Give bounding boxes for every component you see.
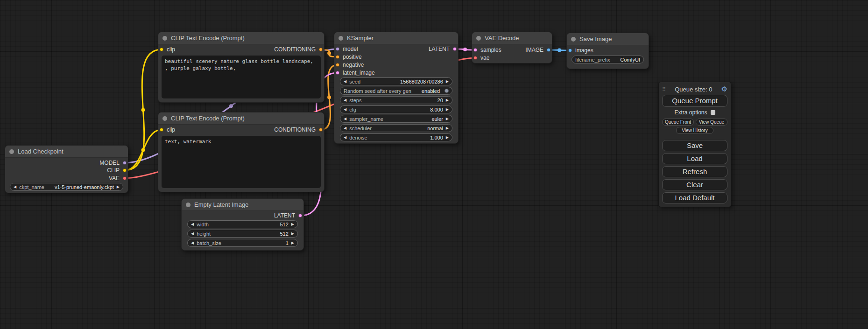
- widget-label: batch_size: [197, 240, 221, 246]
- clear-button[interactable]: Clear: [662, 179, 727, 190]
- decrement-arrow-icon[interactable]: ◀: [14, 185, 16, 189]
- widget-denoise[interactable]: ◀ denoise 1.000 ▶: [340, 133, 452, 141]
- widget-sampler-name[interactable]: ◀ sampler_name euler ▶: [340, 115, 452, 123]
- input-label-clip: clip: [167, 126, 175, 133]
- node-header[interactable]: CLIP Text Encode (Prompt): [158, 32, 324, 44]
- node-header[interactable]: VAE Decode: [472, 32, 552, 44]
- widget-value: 1: [286, 240, 289, 246]
- widget-value: 156680208700286: [400, 79, 443, 84]
- decrement-arrow-icon[interactable]: ◀: [344, 108, 346, 112]
- decrement-arrow-icon[interactable]: ◀: [344, 80, 346, 84]
- collapse-dot[interactable]: [162, 116, 167, 121]
- node-title: KSampler: [347, 35, 374, 42]
- decrement-arrow-icon[interactable]: ◀: [344, 117, 346, 121]
- output-port-image[interactable]: [547, 48, 550, 52]
- output-port-vae[interactable]: [123, 176, 127, 180]
- widget-scheduler[interactable]: ◀ scheduler normal ▶: [340, 124, 452, 132]
- output-port-latent[interactable]: [298, 214, 302, 217]
- view-history-button[interactable]: View History: [676, 127, 713, 134]
- save-button[interactable]: Save: [662, 140, 727, 151]
- node-header[interactable]: Load Checkpoint: [5, 146, 128, 158]
- input-port-latent-image[interactable]: [336, 71, 339, 75]
- decrement-arrow-icon[interactable]: ◀: [191, 223, 194, 226]
- gear-icon[interactable]: ⚙: [721, 85, 727, 93]
- node-save-image[interactable]: Save Image images filename_prefix ComfyU…: [566, 33, 649, 69]
- widget-seed[interactable]: ◀ seed 156680208700286 ▶: [340, 77, 452, 85]
- input-port-model[interactable]: [336, 47, 339, 51]
- increment-arrow-icon[interactable]: ▶: [291, 232, 294, 236]
- collapse-dot[interactable]: [339, 36, 343, 41]
- widget-steps[interactable]: ◀ steps 20 ▶: [340, 96, 452, 104]
- decrement-arrow-icon[interactable]: ◀: [344, 98, 346, 102]
- load-button[interactable]: Load: [662, 153, 727, 164]
- node-empty-latent-image[interactable]: Empty Latent Image LATENT ◀ width 512 ▶ …: [181, 198, 304, 251]
- input-port-vae[interactable]: [473, 56, 477, 60]
- output-port-conditioning[interactable]: [319, 48, 323, 51]
- prompt-textarea[interactable]: beautiful scenery nature glass bottle la…: [162, 56, 321, 98]
- increment-arrow-icon[interactable]: ▶: [446, 98, 449, 102]
- output-port-latent[interactable]: [453, 47, 457, 51]
- widget-value: 512: [280, 231, 288, 237]
- node-header[interactable]: CLIP Text Encode (Prompt): [158, 112, 324, 125]
- decrement-arrow-icon[interactable]: ◀: [344, 136, 346, 140]
- collapse-dot[interactable]: [162, 36, 167, 41]
- toggle-indicator[interactable]: [445, 89, 449, 93]
- node-load-checkpoint[interactable]: Load Checkpoint MODEL CLIP VAE ◀ ckpt_na…: [5, 145, 128, 193]
- output-port-conditioning[interactable]: [319, 128, 323, 132]
- collapse-dot[interactable]: [476, 36, 481, 41]
- view-queue-button[interactable]: View Queue: [696, 119, 727, 126]
- input-port-positive[interactable]: [336, 55, 339, 59]
- node-graph-canvas[interactable]: Load Checkpoint MODEL CLIP VAE ◀ ckpt_na…: [0, 0, 868, 329]
- increment-arrow-icon[interactable]: ▶: [446, 108, 449, 112]
- collapse-dot[interactable]: [571, 37, 576, 42]
- input-port-samples[interactable]: [473, 48, 477, 52]
- refresh-button[interactable]: Refresh: [662, 166, 727, 177]
- output-port-model[interactable]: [123, 161, 127, 165]
- port-row: MODEL: [5, 159, 128, 167]
- increment-arrow-icon[interactable]: ▶: [291, 241, 294, 245]
- widget-height[interactable]: ◀ height 512 ▶: [187, 230, 298, 238]
- node-clip-text-encode-negative[interactable]: CLIP Text Encode (Prompt) clip CONDITION…: [158, 112, 325, 192]
- drag-handle-icon[interactable]: ⠿: [662, 86, 666, 92]
- decrement-arrow-icon[interactable]: ◀: [191, 241, 194, 245]
- decrement-arrow-icon[interactable]: ◀: [344, 126, 346, 130]
- node-header[interactable]: Empty Latent Image: [182, 199, 303, 211]
- port-row: latent_image: [334, 69, 458, 77]
- queue-front-button[interactable]: Queue Front: [662, 119, 694, 126]
- increment-arrow-icon[interactable]: ▶: [117, 185, 120, 189]
- widget-random-seed-toggle[interactable]: Random seed after every gen enabled: [340, 87, 452, 95]
- widget-batch-size[interactable]: ◀ batch_size 1 ▶: [187, 239, 298, 247]
- widget-label: width: [197, 222, 209, 227]
- increment-arrow-icon[interactable]: ▶: [446, 136, 449, 140]
- node-ksampler[interactable]: KSampler model LATENT positive negative …: [334, 32, 459, 144]
- increment-arrow-icon[interactable]: ▶: [291, 223, 294, 226]
- node-header[interactable]: KSampler: [334, 32, 458, 44]
- collapse-dot[interactable]: [9, 149, 14, 154]
- queue-prompt-button[interactable]: Queue Prompt: [662, 95, 727, 107]
- output-port-clip[interactable]: [123, 168, 127, 172]
- node-clip-text-encode-positive[interactable]: CLIP Text Encode (Prompt) clip CONDITION…: [158, 32, 325, 103]
- input-port-clip[interactable]: [160, 48, 163, 51]
- input-port-negative[interactable]: [336, 63, 339, 67]
- widget-value: normal: [427, 126, 443, 131]
- node-header[interactable]: Save Image: [567, 33, 649, 45]
- input-port-images[interactable]: [568, 49, 572, 52]
- collapse-dot[interactable]: [186, 203, 191, 207]
- node-vae-decode[interactable]: VAE Decode samples IMAGE vae: [472, 32, 552, 63]
- increment-arrow-icon[interactable]: ▶: [446, 117, 449, 121]
- widget-width[interactable]: ◀ width 512 ▶: [187, 220, 298, 228]
- widget-value: 20: [438, 98, 443, 103]
- widget-filename-prefix[interactable]: filename_prefix ComfyUI: [572, 56, 644, 63]
- prompt-textarea[interactable]: text, watermark: [162, 136, 321, 188]
- widget-cfg[interactable]: ◀ cfg 8.000 ▶: [340, 105, 452, 113]
- decrement-arrow-icon[interactable]: ◀: [191, 232, 194, 236]
- widget-ckpt-name[interactable]: ◀ ckpt_name v1-5-pruned-emaonly.ckpt ▶: [10, 183, 123, 191]
- increment-arrow-icon[interactable]: ▶: [446, 80, 449, 84]
- increment-arrow-icon[interactable]: ▶: [446, 126, 449, 130]
- load-default-button[interactable]: Load Default: [662, 192, 727, 203]
- link-midpoint-dot: [229, 104, 233, 108]
- port-row: VAE: [5, 175, 128, 182]
- input-port-clip[interactable]: [160, 128, 163, 132]
- extra-options-checkbox[interactable]: [711, 110, 715, 115]
- queue-menu-panel: ⠿ Queue size: 0 ⚙ Queue Prompt Extra opt…: [658, 82, 731, 207]
